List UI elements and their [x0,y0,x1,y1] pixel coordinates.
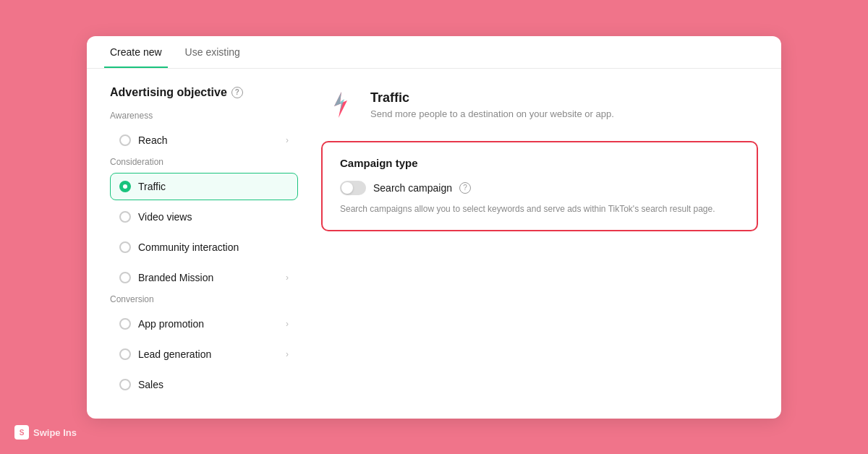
branded-mission-chevron: › [286,273,289,283]
radio-community-interaction [119,241,131,253]
toggle-knob [341,182,353,194]
radio-video-views [119,211,131,223]
reach-label: Reach [138,134,167,146]
campaign-type-title: Campaign type [340,157,739,169]
tabs-bar: Create new Use existing [87,36,781,69]
content-area: Advertising objective ? Awareness Reach … [87,69,781,419]
radio-lead-generation [119,348,131,360]
traffic-name: Traffic [370,90,614,106]
traffic-info: Traffic Send more people to a destinatio… [370,90,614,119]
option-branded-mission[interactable]: Branded Mission › [110,264,298,291]
radio-app-promotion [119,318,131,330]
left-panel: Advertising objective ? Awareness Reach … [110,86,298,401]
tab-use-existing[interactable]: Use existing [179,36,246,68]
lead-generation-label: Lead generation [138,348,211,360]
main-card: Create new Use existing Advertising obje… [87,36,781,419]
app-promotion-chevron: › [286,319,289,329]
radio-branded-mission [119,272,131,283]
app-promotion-label: App promotion [138,318,204,330]
lead-generation-chevron: › [286,349,289,359]
search-campaign-info-icon[interactable]: ? [459,182,471,194]
option-reach[interactable]: Reach › [110,127,298,154]
sales-label: Sales [138,379,163,390]
traffic-label: Traffic [138,181,166,192]
traffic-header: Traffic Send more people to a destinatio… [321,86,758,124]
awareness-label: Awareness [110,111,298,121]
branded-mission-label: Branded Mission [138,272,213,283]
radio-sales [119,379,131,390]
advertising-objective-title: Advertising objective [110,86,227,99]
campaign-type-box: Campaign type Search campaign ? Search c… [321,141,758,231]
info-icon[interactable]: ? [231,87,243,98]
traffic-description: Send more people to a destination on you… [370,108,614,119]
option-video-views[interactable]: Video views [110,203,298,231]
swipe-watermark: S Swipe Ins [14,425,77,440]
swipe-logo: S [14,425,29,440]
right-panel: Traffic Send more people to a destinatio… [321,86,758,401]
option-traffic[interactable]: Traffic [110,173,298,200]
search-campaign-description: Search campaigns allow you to select key… [340,202,739,215]
tab-create-new[interactable]: Create new [104,36,168,68]
option-sales[interactable]: Sales [110,371,298,398]
radio-traffic [119,181,131,192]
section-title: Advertising objective ? [110,86,298,99]
consideration-label: Consideration [110,157,298,167]
toggle-row: Search campaign ? [340,181,739,195]
video-views-label: Video views [138,211,192,223]
traffic-icon [321,86,359,124]
community-interaction-label: Community interaction [138,241,239,253]
swipe-text: Swipe Ins [33,427,77,438]
reach-chevron: › [286,135,289,145]
search-campaign-toggle[interactable] [340,181,366,195]
option-app-promotion[interactable]: App promotion › [110,310,298,338]
search-campaign-label: Search campaign [373,182,452,194]
option-community-interaction[interactable]: Community interaction [110,234,298,261]
radio-reach [119,134,131,146]
option-lead-generation[interactable]: Lead generation › [110,340,298,368]
conversion-label: Conversion [110,294,298,304]
